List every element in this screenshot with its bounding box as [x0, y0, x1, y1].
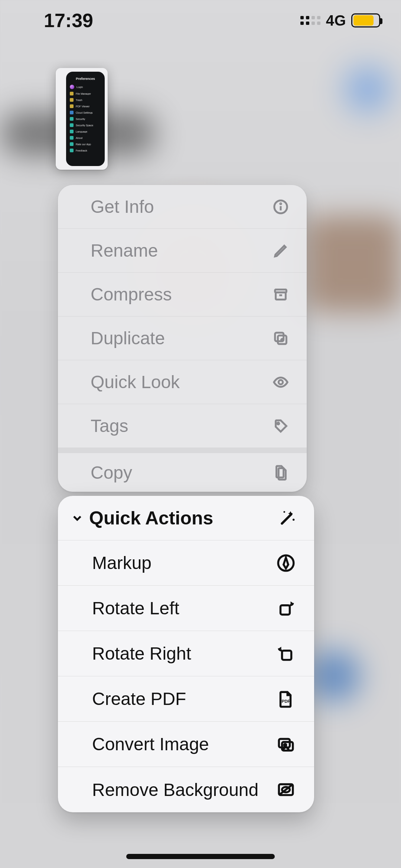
status-bar: 17:39 4G	[0, 0, 401, 41]
svg-point-13	[283, 511, 285, 513]
menu-item-label: Remove Background	[92, 780, 258, 800]
battery-icon	[351, 13, 380, 27]
pencil-icon	[271, 241, 290, 260]
document-pdf-icon: PDF	[276, 689, 296, 709]
svg-point-2	[280, 203, 281, 204]
menu-item-duplicate[interactable]: Duplicate	[58, 316, 307, 360]
menu-item-quick-look[interactable]: Quick Look	[58, 360, 307, 404]
quick-action-convert-image[interactable]: Convert Image	[58, 722, 314, 767]
menu-item-label: Get Info	[91, 196, 154, 217]
svg-rect-15	[280, 605, 290, 614]
svg-point-11	[277, 422, 279, 424]
quick-action-create-pdf[interactable]: Create PDF PDF	[58, 676, 314, 722]
eye-icon	[271, 373, 290, 392]
menu-item-label: Copy	[91, 462, 132, 483]
svg-point-12	[293, 518, 294, 520]
menu-item-rename[interactable]: Rename	[58, 229, 307, 273]
svg-point-10	[278, 380, 283, 384]
menu-item-copy[interactable]: Copy	[58, 448, 307, 492]
rotate-left-icon	[276, 598, 296, 619]
tag-icon	[271, 416, 290, 436]
duplicate-plus-icon	[271, 329, 290, 348]
menu-item-label: Convert Image	[92, 734, 209, 754]
menu-item-label: Compress	[91, 284, 172, 305]
menu-item-label: Create PDF	[92, 689, 186, 709]
menu-item-label: Quick Look	[91, 372, 180, 392]
svg-rect-16	[282, 650, 291, 660]
magic-wand-icon	[277, 508, 298, 529]
menu-item-label: Tags	[91, 416, 128, 436]
remove-background-icon	[276, 779, 296, 800]
menu-item-compress[interactable]: Compress	[58, 273, 307, 316]
svg-text:PDF: PDF	[282, 699, 290, 703]
quick-actions-title: Quick Actions	[89, 507, 213, 529]
documents-icon	[271, 463, 290, 482]
status-time: 17:39	[44, 9, 93, 32]
menu-item-label: Rotate Right	[92, 643, 191, 664]
quick-action-rotate-right[interactable]: Rotate Right	[58, 631, 314, 676]
menu-item-label: Rename	[91, 240, 158, 261]
menu-item-label: Duplicate	[91, 328, 165, 348]
menu-item-label: Rotate Left	[92, 598, 179, 618]
quick-action-markup[interactable]: Markup	[58, 540, 314, 586]
info-icon	[271, 197, 290, 217]
chevron-down-icon	[69, 510, 85, 526]
menu-item-get-info[interactable]: Get Info	[58, 185, 307, 229]
archive-box-icon	[271, 285, 290, 304]
cellular-signal-icon	[300, 16, 321, 25]
context-menu: Get Info Rename Compress Duplicate Quick…	[58, 185, 307, 492]
rotate-right-icon	[276, 643, 296, 664]
thumbnail-title: Preferences	[70, 77, 101, 81]
thumbnail-device-preview: Preferences Login File Manager Trash PDF…	[66, 72, 105, 166]
menu-item-tags[interactable]: Tags	[58, 404, 307, 448]
quick-action-rotate-left[interactable]: Rotate Left	[58, 586, 314, 631]
quick-actions-header[interactable]: Quick Actions	[58, 496, 314, 540]
file-thumbnail[interactable]: Preferences Login File Manager Trash PDF…	[56, 68, 108, 170]
menu-item-label: Markup	[92, 553, 151, 573]
images-stack-icon	[276, 734, 296, 755]
quick-action-remove-background[interactable]: Remove Background	[58, 767, 314, 812]
network-type: 4G	[326, 12, 346, 29]
quick-actions-menu: Quick Actions Markup Rotate Left Rotate …	[58, 496, 314, 812]
home-indicator[interactable]	[126, 854, 275, 859]
markup-pen-icon	[276, 553, 296, 573]
